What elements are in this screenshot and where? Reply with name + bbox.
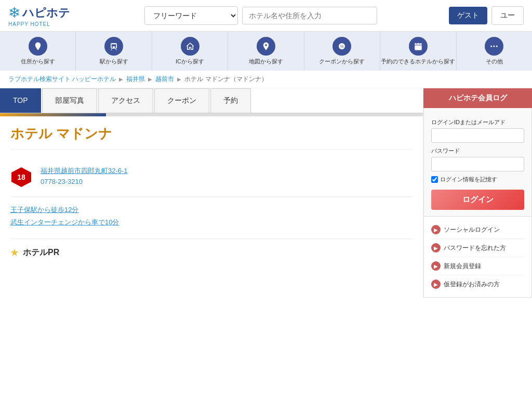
logo-text-main: ハピホテ — [22, 5, 70, 21]
hotel-tabs: TOP 部屋写真 アクセス クーポン 予約 — [0, 88, 423, 113]
coupon-icon: % — [332, 37, 351, 56]
svg-point-3 — [115, 46, 116, 48]
login-id-input[interactable] — [431, 128, 524, 143]
search-area: フリーワード — [81, 6, 441, 25]
login-id-label: ログインIDまたはメールアド — [431, 118, 524, 126]
breadcrumb-sep-3: ▶ — [177, 76, 181, 82]
hotel-address[interactable]: 福井県越前市四郎丸町32-6-1 — [41, 166, 128, 176]
content-area: TOP 部屋写真 アクセス クーポン 予約 ホテル マドンナ 18 — [0, 88, 423, 298]
password-forgot-arrow-icon: ▶ — [431, 243, 441, 252]
hotel-pr: ホテルPR — [10, 239, 413, 271]
access-item-1[interactable]: 王子保駅から徒歩12分 — [10, 205, 413, 215]
logo-text-sub: HAPPY HOTEL — [8, 21, 50, 27]
user-button[interactable]: ユー — [491, 6, 524, 25]
remember-checkbox[interactable] — [431, 176, 438, 183]
hotel-phone[interactable]: 0778-23-3210 — [41, 178, 128, 185]
nav-item-station[interactable]: 駅から探す — [76, 32, 152, 71]
svg-rect-4 — [112, 44, 116, 46]
other-icon — [485, 37, 503, 56]
search-type-dropdown[interactable]: フリーワード — [144, 6, 238, 25]
access-section: 王子保駅から徒歩12分 武生インターチェンジから車で10分 — [10, 197, 413, 239]
register-label: 新規会員登録 — [444, 262, 481, 271]
guest-button[interactable]: ゲスト — [449, 7, 487, 24]
hotel-pr-title-text: ホテルPR — [23, 247, 59, 258]
nav-item-map[interactable]: 地図から探す — [228, 32, 304, 71]
breadcrumb-sep-1: ▶ — [119, 76, 123, 82]
breadcrumb-current: ホテル マドンナ（マドンナ） — [184, 75, 267, 84]
nav-label-other: その他 — [486, 58, 503, 65]
tab-access[interactable]: アクセス — [98, 88, 153, 113]
nav-bar: 住所から探す 駅から探す ICから探す 地図から探す % クーポンから探す 予約… — [0, 32, 532, 71]
age-badge: 18 — [10, 166, 32, 188]
breadcrumb: ラブホテル検索サイト ハッピーホテル ▶ 福井県 ▶ 越前市 ▶ ホテル マドン… — [0, 71, 532, 88]
sidebar-login-header: ハピホテ会員ログ — [423, 88, 532, 108]
header: ❄ ハピホテ HAPPY HOTEL フリーワード ゲスト ユー — [0, 0, 532, 32]
nav-label-address: 住所から探す — [21, 58, 55, 65]
breadcrumb-home[interactable]: ラブホテル検索サイト ハッピーホテル — [8, 75, 116, 84]
social-login-label: ソーシャルログイン — [444, 225, 500, 234]
tab-reservation[interactable]: 予約 — [210, 88, 251, 113]
nav-label-coupon: クーポンから探す — [319, 58, 365, 65]
header-buttons: ゲスト ユー — [449, 6, 524, 25]
remember-label: ログイン情報を記憶す — [440, 176, 497, 183]
nav-label-map: 地図から探す — [249, 58, 283, 65]
nav-item-address[interactable]: 住所から探す — [0, 32, 76, 71]
password-forgot-label: パスワードを忘れた方 — [444, 244, 506, 252]
tab-rooms[interactable]: 部屋写真 — [42, 88, 97, 113]
nav-item-coupon[interactable]: % クーポンから探す — [304, 32, 380, 71]
map-icon — [257, 37, 275, 56]
access-item-2[interactable]: 武生インターチェンジから車で10分 — [10, 218, 413, 227]
login-button[interactable]: ログイン — [431, 190, 524, 210]
sidebar-login-title: ハピホテ会員ログ — [431, 94, 525, 103]
sidebar-link-register[interactable]: ▶ 新規会員登録 — [431, 257, 524, 275]
svg-text:%: % — [340, 44, 344, 49]
nav-item-other[interactable]: その他 — [457, 32, 532, 71]
provisional-arrow-icon: ▶ — [431, 280, 441, 289]
svg-point-2 — [112, 46, 113, 48]
logo-icon: ❄ ハピホテ — [8, 4, 70, 21]
svg-text:18: 18 — [17, 173, 25, 181]
register-arrow-icon: ▶ — [431, 261, 441, 271]
address-icon — [29, 37, 47, 56]
svg-line-5 — [111, 49, 112, 50]
nav-label-station: 駅から探す — [100, 58, 128, 65]
hotel-info: 18 福井県越前市四郎丸町32-6-1 0778-23-3210 — [10, 158, 413, 197]
password-input[interactable] — [431, 157, 524, 171]
logo-snowflake-icon: ❄ — [8, 4, 20, 21]
svg-point-15 — [496, 46, 498, 47]
remember-row: ログイン情報を記憶す — [431, 176, 524, 183]
svg-point-13 — [490, 46, 492, 47]
hotel-pr-title: ホテルPR — [10, 247, 413, 258]
sidebar-link-provisional[interactable]: ▶ 仮登録がお済みの方 — [431, 275, 524, 293]
svg-point-14 — [494, 46, 495, 47]
hotel-address-info: 福井県越前市四郎丸町32-6-1 0778-23-3210 — [41, 166, 128, 185]
svg-line-6 — [116, 49, 117, 50]
sidebar-links: ▶ ソーシャルログイン ▶ パスワードを忘れた方 ▶ 新規会員登録 ▶ 仮登録が… — [423, 217, 532, 298]
hotel-content: ホテル マドンナ 18 福井県越前市四郎丸町32-6-1 0778-23-321… — [0, 116, 423, 279]
tab-top[interactable]: TOP — [0, 88, 41, 113]
breadcrumb-sep-2: ▶ — [148, 76, 152, 82]
search-input[interactable] — [242, 7, 377, 24]
tab-coupon[interactable]: クーポン — [154, 88, 209, 113]
pr-star-icon — [10, 249, 19, 257]
nav-item-ic[interactable]: ICから探す — [152, 32, 228, 71]
logo: ❄ ハピホテ HAPPY HOTEL — [8, 4, 70, 27]
station-icon — [104, 37, 123, 56]
svg-rect-9 — [415, 43, 422, 50]
nav-item-reservation[interactable]: 予約のできるホテルから探す — [380, 32, 456, 71]
sidebar-link-social[interactable]: ▶ ソーシャルログイン — [431, 221, 524, 239]
social-login-arrow-icon: ▶ — [431, 225, 441, 234]
sidebar: ハピホテ会員ログ ログインIDまたはメールアド パスワード ログイン情報を記憶す… — [423, 88, 532, 298]
sidebar-login-content: ログインIDまたはメールアド パスワード ログイン情報を記憶す ログイン — [423, 108, 532, 217]
breadcrumb-prefecture[interactable]: 福井県 — [126, 75, 145, 84]
password-label: パスワード — [431, 147, 524, 155]
nav-label-ic: ICから探す — [176, 58, 204, 65]
reservation-icon — [409, 37, 428, 56]
nav-label-reservation: 予約のできるホテルから探す — [381, 58, 455, 65]
hotel-name: ホテル マドンナ — [10, 125, 413, 150]
main-layout: TOP 部屋写真 アクセス クーポン 予約 ホテル マドンナ 18 — [0, 88, 532, 298]
provisional-label: 仮登録がお済みの方 — [444, 280, 500, 289]
breadcrumb-city[interactable]: 越前市 — [155, 75, 174, 84]
sidebar-link-password[interactable]: ▶ パスワードを忘れた方 — [431, 239, 524, 257]
ic-icon — [181, 37, 200, 56]
